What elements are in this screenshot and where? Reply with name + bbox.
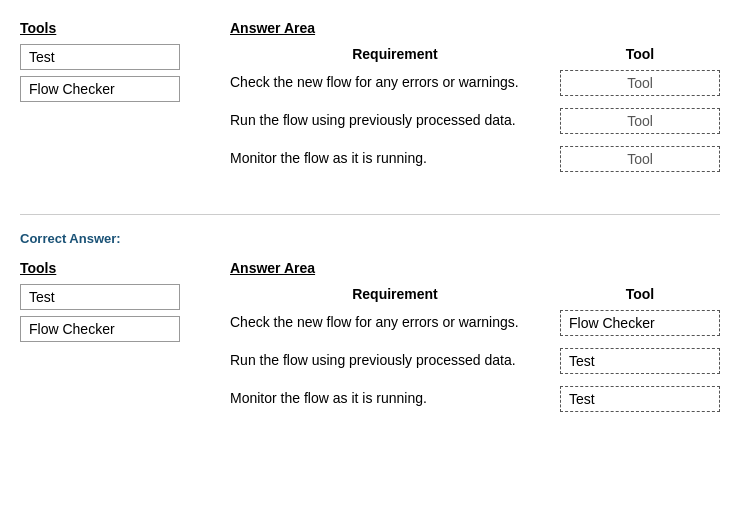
answer-row-2-question: Run the flow using previously processed …: [230, 108, 720, 134]
tool-item-flowchecker-question[interactable]: Flow Checker: [20, 76, 180, 102]
answer-row-2-correct: Run the flow using previously processed …: [230, 348, 720, 374]
tools-panel-answer: Tools Test Flow Checker: [20, 260, 200, 424]
tool-box-3-correct[interactable]: Test: [560, 386, 720, 412]
answer-table-question: Requirement Tool Check the new flow for …: [230, 46, 720, 172]
req-text-1-question: Check the new flow for any errors or war…: [230, 73, 560, 93]
answer-row-3-question: Monitor the flow as it is running. Tool: [230, 146, 720, 172]
req-header-correct: Requirement: [230, 286, 560, 302]
answer-header-correct: Requirement Tool: [230, 286, 720, 302]
req-text-1-correct: Check the new flow for any errors or war…: [230, 313, 560, 333]
correct-answer-section: Tools Test Flow Checker Answer Area Requ…: [20, 260, 720, 444]
answer-table-correct: Requirement Tool Check the new flow for …: [230, 286, 720, 412]
answer-header-question: Requirement Tool: [230, 46, 720, 62]
tool-header-question: Tool: [560, 46, 720, 62]
section-divider: [20, 214, 720, 215]
tools-panel-question: Tools Test Flow Checker: [20, 20, 200, 184]
req-text-3-question: Monitor the flow as it is running.: [230, 149, 560, 169]
tool-header-correct: Tool: [560, 286, 720, 302]
correct-answer-text: Correct Answer:: [20, 231, 121, 246]
answer-row-1-question: Check the new flow for any errors or war…: [230, 70, 720, 96]
req-header-question: Requirement: [230, 46, 560, 62]
question-section: Tools Test Flow Checker Answer Area Requ…: [20, 20, 720, 204]
tool-item-test-answer[interactable]: Test: [20, 284, 180, 310]
answer-area-correct: Answer Area Requirement Tool Check the n…: [230, 260, 720, 424]
tools-label-question: Tools: [20, 20, 200, 36]
answer-area-label-correct: Answer Area: [230, 260, 720, 276]
answer-row-1-correct: Check the new flow for any errors or war…: [230, 310, 720, 336]
req-text-3-correct: Monitor the flow as it is running.: [230, 389, 560, 409]
correct-answer-label: Correct Answer:: [20, 231, 720, 246]
answer-area-label-question: Answer Area: [230, 20, 720, 36]
req-text-2-question: Run the flow using previously processed …: [230, 111, 560, 131]
tool-box-2-correct[interactable]: Test: [560, 348, 720, 374]
tool-box-1-correct[interactable]: Flow Checker: [560, 310, 720, 336]
answer-area-question: Answer Area Requirement Tool Check the n…: [230, 20, 720, 184]
tools-label-answer: Tools: [20, 260, 200, 276]
tool-item-test-question[interactable]: Test: [20, 44, 180, 70]
tool-box-2-question[interactable]: Tool: [560, 108, 720, 134]
tool-box-3-question[interactable]: Tool: [560, 146, 720, 172]
tool-item-flowchecker-answer[interactable]: Flow Checker: [20, 316, 180, 342]
req-text-2-correct: Run the flow using previously processed …: [230, 351, 560, 371]
answer-row-3-correct: Monitor the flow as it is running. Test: [230, 386, 720, 412]
tool-box-1-question[interactable]: Tool: [560, 70, 720, 96]
